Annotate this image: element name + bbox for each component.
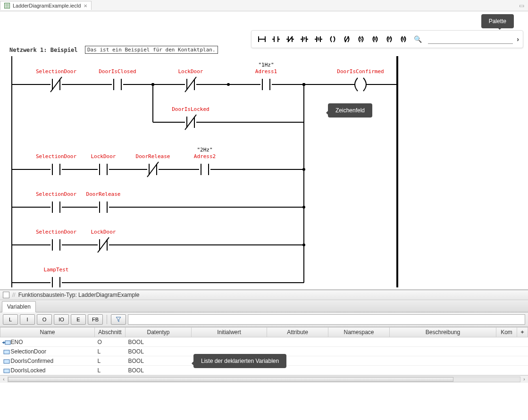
panel-header-icon [3, 292, 9, 298]
col-add[interactable]: ✦ [517, 328, 528, 337]
svg-text:DoorIsLocked: DoorIsLocked [172, 106, 209, 112]
palette-expand-icon[interactable]: › [517, 35, 519, 43]
palette-toolbar: P N S R P N 🔍 › [251, 30, 523, 48]
minimize-icon[interactable]: ▭ [519, 2, 524, 9]
palette-coil-s-icon[interactable]: S [354, 33, 368, 46]
svg-text:N: N [318, 37, 320, 42]
svg-text:N: N [402, 37, 405, 42]
scroll-thumb[interactable] [8, 377, 453, 382]
panel-header-sep: // [12, 292, 16, 298]
svg-point-121 [151, 83, 154, 86]
svg-text:Adress1: Adress1 [255, 68, 277, 75]
panel-header-title: Funktionsbaustein-Typ: LadderDiagramExam… [18, 292, 140, 298]
svg-marker-126 [2, 341, 4, 344]
col-initialwert[interactable]: Initialwert [192, 328, 267, 337]
palette-coil-r-icon[interactable]: R [369, 33, 382, 46]
svg-text:DoorRelease: DoorRelease [136, 153, 170, 160]
filter-funnel-button[interactable] [111, 314, 126, 325]
svg-rect-128 [4, 360, 9, 363]
svg-text:S: S [360, 37, 362, 42]
palette-coil-icon[interactable] [326, 33, 339, 46]
svg-rect-127 [4, 350, 9, 354]
svg-rect-124 [5, 341, 10, 344]
filter-i-button[interactable]: I [20, 314, 35, 325]
svg-text:"1Hz": "1Hz" [258, 62, 274, 68]
svg-text:"2Hz": "2Hz" [197, 147, 212, 153]
filter-io-button[interactable]: IO [54, 314, 69, 325]
col-namespace[interactable]: Namespace [328, 328, 390, 337]
var-type-icon [2, 349, 9, 354]
ladder-editor: Palette P N S R P N 🔍 › Netzwerk 1: Beis… [0, 11, 528, 290]
variables-table-wrap: Name Abschnitt Datentyp Initialwert Attr… [0, 327, 528, 375]
palette-contact-n-icon[interactable]: N [312, 33, 325, 46]
filter-fb-button[interactable]: FB [88, 314, 103, 325]
var-type-icon [2, 368, 9, 373]
scroll-track[interactable] [8, 377, 520, 382]
svg-text:DoorIsClosed: DoorIsClosed [99, 68, 136, 75]
search-icon[interactable]: 🔍 [411, 33, 424, 46]
filter-o-button[interactable]: O [37, 314, 52, 325]
panel-header: // Funktionsbaustein-Typ: LadderDiagramE… [0, 290, 528, 300]
scroll-right-icon[interactable]: › [520, 377, 528, 382]
tooltip-table: Liste der deklarierten Variablen [193, 354, 286, 368]
svg-point-123 [302, 83, 305, 86]
scroll-left-icon[interactable]: ‹ [0, 377, 8, 382]
palette-contact-no-icon[interactable] [269, 33, 283, 46]
svg-text:SelectionDoor: SelectionDoor [36, 229, 76, 235]
filter-text-input[interactable] [128, 314, 525, 325]
col-name[interactable]: Name [0, 328, 95, 337]
filter-l-button[interactable]: L [3, 314, 18, 325]
ladder-file-icon [4, 3, 10, 8]
col-kom[interactable]: Kom [496, 328, 517, 337]
close-tab-icon[interactable]: ✕ [84, 3, 87, 8]
svg-rect-129 [4, 369, 9, 373]
tooltip-palette: Palette [481, 14, 514, 28]
filter-toolbar: L I O IO E FB [0, 312, 528, 327]
svg-text:SelectionDoor: SelectionDoor [36, 68, 76, 75]
svg-point-120 [302, 244, 305, 246]
palette-search-input[interactable] [428, 35, 513, 44]
svg-point-99 [302, 168, 305, 171]
col-abschnitt[interactable]: Abschnitt [95, 328, 126, 337]
palette-coil-neg-icon[interactable] [340, 33, 353, 46]
palette-contact-p-icon[interactable]: P [298, 33, 311, 46]
svg-text:LockDoor: LockDoor [91, 229, 116, 235]
palette-coil-p-icon[interactable]: P [383, 33, 396, 46]
svg-text:LockDoor: LockDoor [91, 153, 116, 160]
svg-text:SelectionDoor: SelectionDoor [36, 191, 76, 197]
svg-text:LockDoor: LockDoor [178, 68, 203, 75]
variables-panel: // Funktionsbaustein-Typ: LadderDiagramE… [0, 290, 528, 383]
svg-point-112 [302, 206, 305, 209]
editor-tab-bar: LadderDiagramExample.iecld ✕ ▭ [0, 0, 528, 11]
svg-text:Adress2: Adress2 [194, 153, 216, 160]
file-tab[interactable]: LadderDiagramExample.iecld ✕ [0, 1, 92, 10]
var-type-icon [2, 340, 9, 344]
svg-text:SelectionDoor: SelectionDoor [36, 153, 76, 160]
svg-text:DoorRelease: DoorRelease [86, 191, 121, 197]
tab-variablen[interactable]: Variablen [2, 301, 36, 312]
col-attribute[interactable]: Attribute [267, 328, 328, 337]
svg-text:P: P [303, 37, 306, 42]
var-type-icon [2, 359, 9, 363]
network-title: Netzwerk 1: Beispiel [9, 47, 78, 53]
palette-contact-nc-icon[interactable] [284, 33, 297, 46]
palette-coil-n-icon[interactable]: N [397, 33, 410, 46]
filter-separator [107, 315, 107, 324]
svg-text:DoorIsConfirmed: DoorIsConfirmed [337, 68, 384, 75]
col-datentyp[interactable]: Datentyp [126, 328, 192, 337]
ladder-canvas[interactable]: SelectionDoorDoorIsClosedLockDoorAdress1… [11, 56, 398, 287]
h-scrollbar[interactable]: ‹ › [0, 375, 528, 383]
svg-text:LampTest: LampTest [44, 267, 69, 273]
network-description[interactable]: Das ist ein Beispiel für den Kontaktplan… [85, 46, 218, 54]
table-row[interactable]: ENOOBOOL [0, 337, 528, 347]
filter-e-button[interactable]: E [71, 314, 86, 325]
palette-rung-icon[interactable] [255, 33, 268, 46]
svg-point-122 [227, 83, 230, 86]
col-beschreibung[interactable]: Beschreibung [390, 328, 496, 337]
svg-text:P: P [388, 37, 391, 42]
window-controls: ▭ [519, 2, 528, 9]
file-tab-label: LadderDiagramExample.iecld [13, 3, 81, 8]
svg-text:R: R [374, 37, 377, 42]
panel-tabs: Variablen [0, 300, 528, 312]
